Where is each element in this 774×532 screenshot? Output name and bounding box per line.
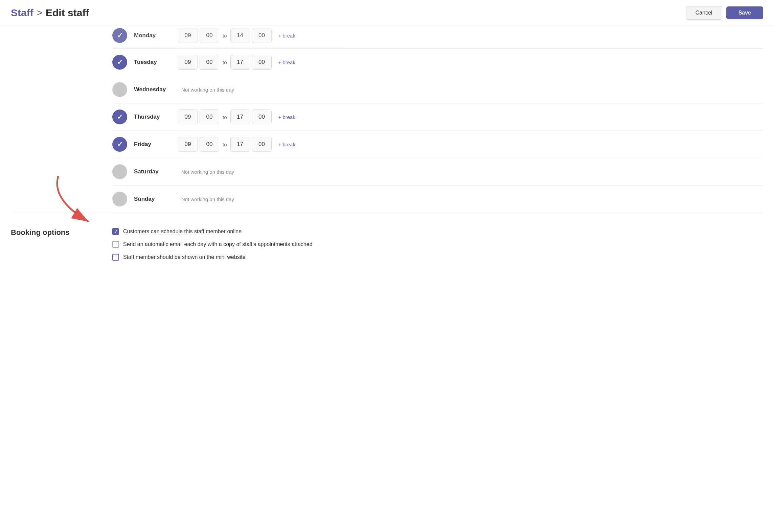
breadcrumb: Staff > Edit staff (11, 7, 89, 19)
thursday-end-hour[interactable]: 17 (230, 110, 250, 124)
day-name-tuesday: Tuesday (134, 59, 178, 66)
monday-separator: to (223, 33, 227, 39)
check-icon-tuesday: ✓ (117, 58, 123, 66)
friday-break-link[interactable]: + break (278, 142, 295, 147)
day-name-saturday: Saturday (134, 168, 178, 175)
thursday-separator: to (223, 114, 227, 120)
checkbox-schedule-online[interactable] (112, 228, 119, 235)
tuesday-break-link[interactable]: + break (278, 59, 295, 65)
monday-start-min[interactable]: 00 (200, 28, 219, 43)
annotation-arrow (45, 173, 112, 228)
option-label-mini-website: Staff member should be shown on the mini… (123, 254, 246, 260)
day-row-sunday: Sunday Not working on this day (112, 186, 763, 213)
day-toggle-monday[interactable]: ✓ (112, 28, 127, 43)
day-name-thursday: Thursday (134, 114, 178, 120)
day-row-thursday: ✓ Thursday 09 00 to 17 00 + break (112, 103, 763, 131)
friday-end-min[interactable]: 00 (252, 137, 272, 152)
page-header: Staff > Edit staff Cancel Save (0, 0, 774, 25)
check-icon-thursday: ✓ (117, 113, 123, 121)
day-toggle-friday[interactable]: ✓ (112, 137, 127, 152)
breadcrumb-staff-link[interactable]: Staff (11, 7, 33, 19)
time-fields-tuesday: 09 00 to 17 00 + break (178, 55, 295, 70)
tuesday-end-hour[interactable]: 17 (230, 55, 250, 70)
thursday-start-hour[interactable]: 09 (178, 110, 198, 124)
day-name-monday: Monday (134, 32, 178, 39)
day-row-wednesday: Wednesday Not working on this day (112, 76, 763, 103)
day-row-monday: ✓ Monday 09 00 to 14 00 + break (112, 25, 763, 49)
thursday-break-link[interactable]: + break (278, 114, 295, 120)
schedule-section: ✓ Monday 09 00 to 14 00 + break ✓ Tuesda… (112, 25, 763, 213)
option-row-daily-email: Send an automatic email each day with a … (112, 241, 313, 248)
check-icon-monday: ✓ (117, 31, 123, 40)
tuesday-end-min[interactable]: 00 (252, 55, 272, 70)
tuesday-separator: to (223, 59, 227, 65)
main-content: ✓ Monday 09 00 to 14 00 + break ✓ Tuesda… (0, 25, 774, 274)
day-toggle-thursday[interactable]: ✓ (112, 110, 127, 124)
tuesday-start-min[interactable]: 00 (200, 55, 219, 70)
day-toggle-tuesday[interactable]: ✓ (112, 55, 127, 70)
tuesday-start-hour[interactable]: 09 (178, 55, 198, 70)
day-row-saturday: Saturday Not working on this day (112, 158, 763, 186)
day-toggle-saturday[interactable] (112, 164, 127, 179)
option-label-daily-email: Send an automatic email each day with a … (123, 241, 313, 247)
wednesday-not-working: Not working on this day (181, 87, 234, 93)
cancel-button[interactable]: Cancel (686, 6, 722, 20)
day-toggle-wednesday[interactable] (112, 82, 127, 97)
checkbox-mini-website[interactable] (112, 254, 119, 261)
day-name-sunday: Sunday (134, 196, 178, 202)
time-fields-thursday: 09 00 to 17 00 + break (178, 110, 295, 124)
page-title: Edit staff (46, 7, 89, 19)
booking-options-list: Customers can schedule this staff member… (112, 227, 313, 261)
monday-break-link[interactable]: + break (278, 33, 295, 39)
booking-options-label: Booking options (11, 227, 112, 261)
day-toggle-sunday[interactable] (112, 192, 127, 207)
option-row-schedule-online: Customers can schedule this staff member… (112, 228, 313, 235)
friday-start-hour[interactable]: 09 (178, 137, 198, 152)
header-actions: Cancel Save (686, 6, 763, 20)
sunday-not-working: Not working on this day (181, 196, 234, 202)
day-name-friday: Friday (134, 141, 178, 148)
option-label-schedule-online: Customers can schedule this staff member… (123, 228, 242, 235)
checkbox-daily-email[interactable] (112, 241, 119, 248)
friday-end-hour[interactable]: 17 (230, 137, 250, 152)
time-fields-friday: 09 00 to 17 00 + break (178, 137, 295, 152)
friday-start-min[interactable]: 00 (200, 137, 219, 152)
monday-end-hour[interactable]: 14 (230, 28, 250, 43)
monday-start-hour[interactable]: 09 (178, 28, 198, 43)
monday-end-min[interactable]: 00 (252, 28, 272, 43)
option-row-mini-website: Staff member should be shown on the mini… (112, 254, 313, 261)
save-button[interactable]: Save (726, 6, 763, 19)
day-name-wednesday: Wednesday (134, 86, 178, 93)
time-fields-monday: 09 00 to 14 00 + break (178, 28, 295, 43)
saturday-not-working: Not working on this day (181, 169, 234, 175)
day-row-friday: ✓ Friday 09 00 to 17 00 + break (112, 131, 763, 158)
friday-separator: to (223, 142, 227, 147)
thursday-end-min[interactable]: 00 (252, 110, 272, 124)
booking-options-section: Booking options Customers can schedule t… (11, 213, 763, 274)
thursday-start-min[interactable]: 00 (200, 110, 219, 124)
day-row-tuesday: ✓ Tuesday 09 00 to 17 00 + break (112, 49, 763, 76)
breadcrumb-separator: > (37, 7, 42, 18)
check-icon-friday: ✓ (117, 140, 123, 148)
